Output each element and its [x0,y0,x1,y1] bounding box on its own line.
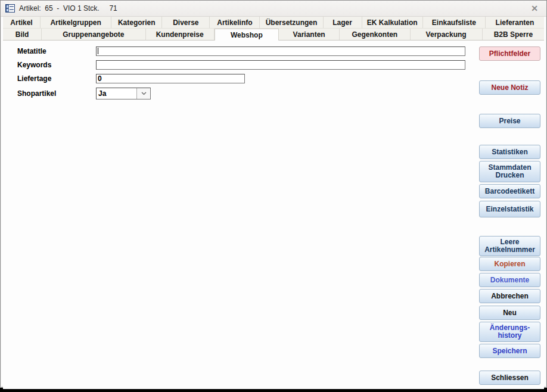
tab-ek-kalkulation[interactable]: EK Kalkulation [362,17,423,28]
window-title: Artikel: 65 - VIO 1 Stck. 71 [19,4,117,13]
tab-artikelgruppen[interactable]: Artikelgruppen [41,17,111,28]
abbrechen-button[interactable]: Abbrechen [479,289,540,303]
kopieren-button[interactable]: Kopieren [479,257,540,271]
einzelstatistik-button[interactable]: Einzelstatistik [479,201,540,217]
liefertage-input[interactable] [96,74,245,83]
content-area: Metatitle Keywords Liefertage Shopartike… [3,41,544,389]
app-window: Artikel: 65 - VIO 1 Stck. 71 ✕ Artikel A… [0,0,547,388]
tab-gruppenangebote[interactable]: Gruppenangebote [42,29,145,40]
keywords-label: Keywords [17,61,96,69]
titlebar: Artikel: 65 - VIO 1 Stck. 71 ✕ [1,1,546,17]
tab-bild[interactable]: Bild [3,29,42,40]
screen: { "window": { "title": "Artikel: 65 - VI… [0,0,547,392]
shopartikel-value: Ja [97,88,136,99]
tab-lager[interactable]: Lager [324,17,362,28]
shopartikel-select[interactable]: Ja [96,88,151,99]
metatitle-label: Metatitle [17,47,96,55]
tab-varianten[interactable]: Varianten [279,29,340,40]
form-icon [5,4,15,13]
tab-webshop[interactable]: Webshop [215,29,279,41]
neue-notiz-button[interactable]: Neue Notiz [479,80,540,95]
liefertage-label: Liefertage [17,74,96,83]
tab-einkaufsliste[interactable]: Einkaufsliste [423,17,486,28]
close-icon[interactable]: ✕ [527,4,542,13]
keywords-input[interactable] [96,60,465,70]
neu-button[interactable]: Neu [479,306,540,320]
text-caret [98,48,98,54]
tab-kategorien[interactable]: Kategorien [111,17,162,28]
tab-b2b-sperre[interactable]: B2B Sperre [483,29,544,40]
metatitle-input[interactable] [96,46,465,56]
tab-diverse[interactable]: Diverse [162,17,210,28]
speichern-button[interactable]: Speichern [479,344,540,358]
tab-row-1: Artikel Artikelgruppen Kategorien Divers… [3,17,544,29]
tab-verpackung[interactable]: Verpackung [411,29,483,40]
shopartikel-label: Shopartikel [17,89,96,98]
aenderungshistory-button[interactable]: Änderungs-history [479,322,540,342]
statistiken-button[interactable]: Statistiken [479,145,540,159]
chevron-down-icon [141,92,147,95]
schliessen-button[interactable]: Schliessen [479,371,540,385]
stammdaten-drucken-button[interactable]: Stammdaten Drucken [479,161,540,182]
tab-gegenkonten[interactable]: Gegenkonten [340,29,410,40]
pflichtfelder-button[interactable]: Pflichtfelder [479,46,540,61]
tab-artikel[interactable]: Artikel [3,17,41,28]
dokumente-button[interactable]: Dokumente [479,273,540,287]
preise-button[interactable]: Preise [479,114,540,128]
tab-artikelinfo[interactable]: Artikelinfo [210,17,260,28]
webshop-form: Metatitle Keywords Liefertage Shopartike… [17,46,465,104]
barcodeetikett-button[interactable]: Barcodeetikett [479,184,540,198]
tab-row-2: Bild Gruppenangebote Kundenpreise Websho… [3,29,544,41]
tab-kundenpreise[interactable]: Kundenpreise [146,29,215,40]
combo-dropdown-button[interactable] [136,88,150,99]
leere-artikelnummer-button[interactable]: Leere Artikelnummer [479,236,540,256]
tab-uebersetzungen[interactable]: Übersetzungen [260,17,323,28]
tab-lieferanten[interactable]: Lieferanten [486,17,544,28]
